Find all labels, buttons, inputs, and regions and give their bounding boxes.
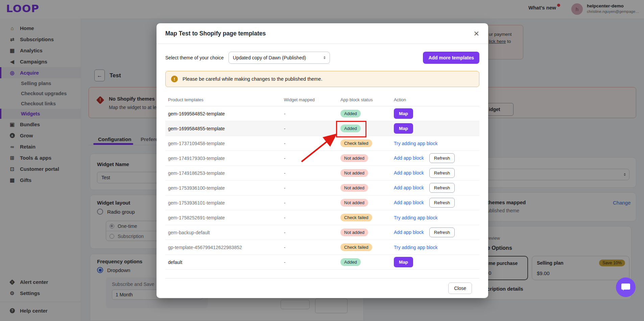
column-header-widget-mapped: Widget mapped [281,97,338,102]
app-root: LOOP What's new h helpcenter-demo christ… [0,0,644,321]
refresh-button[interactable]: Refresh [429,198,455,208]
refresh-button[interactable]: Refresh [429,153,455,163]
template-name: gp-template-456799412622983852 [168,245,242,250]
widget-mapped-value: - [284,141,286,146]
warning-text: Please be careful while making changes t… [183,76,323,82]
template-name: gem-1699584852-template [168,111,225,116]
add-app-block-link[interactable]: Add app block [394,185,424,190]
add-app-block-link[interactable]: Add app block [394,200,424,205]
warning-icon: ! [171,76,178,82]
chat-widget-button[interactable] [616,277,636,297]
status-badge: Not added [340,169,368,177]
refresh-button[interactable]: Refresh [429,168,455,178]
close-button[interactable]: Close [448,283,472,294]
widget-mapped-value: - [284,170,286,176]
template-name: default [168,260,182,265]
status-badge: Added [340,110,361,117]
modal-title: Map Test to Shopify page templates [165,30,266,37]
annotation-highlight-box [336,121,366,137]
table-row: gem-1753936101-template-Not addedAdd app… [165,195,479,210]
template-name: gem-1699584855-template [168,126,225,131]
template-name: gem-1749179303-template [168,156,225,161]
table-row: default-AddedMap [165,255,479,270]
table-row: gem-backup-default-Not addedAdd app bloc… [165,225,479,240]
map-button[interactable]: Map [394,123,413,134]
status-badge: Not added [340,154,368,162]
map-button[interactable]: Map [394,257,413,267]
table-row: gem-1758252691-template-Check failedTry … [165,210,479,225]
theme-select-row: Select theme of your choice Updated copy… [165,51,479,64]
status-badge: Check failed [340,243,372,251]
add-app-block-link[interactable]: Add app block [394,155,424,161]
try-adding-app-block-link[interactable]: Try adding app block [394,245,437,250]
status-badge: Not added [340,229,368,236]
status-badge: Not added [340,199,368,207]
template-name: gem-1749186253-template [168,170,225,176]
chat-bubble-icon [621,284,630,290]
template-name: gem-backup-default [168,230,210,235]
status-badge: Not added [340,184,368,192]
add-app-block-link[interactable]: Add app block [394,170,424,176]
status-badge: Check failed [340,139,372,147]
column-header-product-templates: Product templates [165,97,281,102]
widget-mapped-value: - [284,185,286,191]
try-adding-app-block-link[interactable]: Try adding app block [394,141,437,146]
table-row: gp-template-456799412622983852-Check fai… [165,240,479,255]
refresh-button[interactable]: Refresh [429,228,455,237]
map-templates-modal: Map Test to Shopify page templates ✕ Sel… [157,23,488,298]
templates-table: Product templatesWidget mappedApp block … [165,93,479,270]
select-theme-label: Select theme of your choice [165,55,224,60]
theme-select[interactable]: Updated copy of Dawn (Published) [229,52,330,64]
widget-mapped-value: - [284,200,286,206]
widget-mapped-value: - [284,215,286,220]
table-row: gem-1749179303-template-Not addedAdd app… [165,151,479,166]
close-icon[interactable]: ✕ [473,30,479,37]
add-more-templates-button[interactable]: Add more templates [423,52,479,64]
widget-mapped-value: - [284,260,286,265]
table-row: gem-1699584852-template-AddedMap [165,106,479,121]
template-name: gem-1753936100-template [168,185,225,191]
modal-body: Select theme of your choice Updated copy… [157,44,488,298]
column-header-app-block-status: App block status [338,97,391,102]
refresh-button[interactable]: Refresh [429,183,455,193]
table-row: gem-1749186253-template-Not addedAdd app… [165,166,479,181]
try-adding-app-block-link[interactable]: Try adding app block [394,215,437,220]
table-row: gem-1699584855-template-AddedMap [165,121,479,136]
table-row: gem-1753936100-template-Not addedAdd app… [165,181,479,195]
status-badge: Check failed [340,214,372,221]
widget-mapped-value: - [284,111,286,116]
template-name: gem-1753936101-template [168,200,225,206]
widget-mapped-value: - [284,230,286,235]
updown-arrows-icon [324,55,326,60]
template-name: gem-1737109458-template [168,141,225,146]
table-row: gem-1737109458-template-Check failedTry … [165,136,479,151]
map-button[interactable]: Map [394,108,413,119]
template-name: gem-1758252691-template [168,215,225,220]
modal-header: Map Test to Shopify page templates ✕ [157,23,488,44]
add-app-block-link[interactable]: Add app block [394,230,424,235]
column-header-action: Action [391,97,479,102]
warning-banner: ! Please be careful while making changes… [165,71,479,87]
table-header: Product templatesWidget mappedApp block … [165,93,479,106]
widget-mapped-value: - [284,126,286,131]
modal-footer: Close [165,278,479,298]
widget-mapped-value: - [284,156,286,161]
widget-mapped-value: - [284,245,286,250]
status-badge: Added [340,258,361,266]
